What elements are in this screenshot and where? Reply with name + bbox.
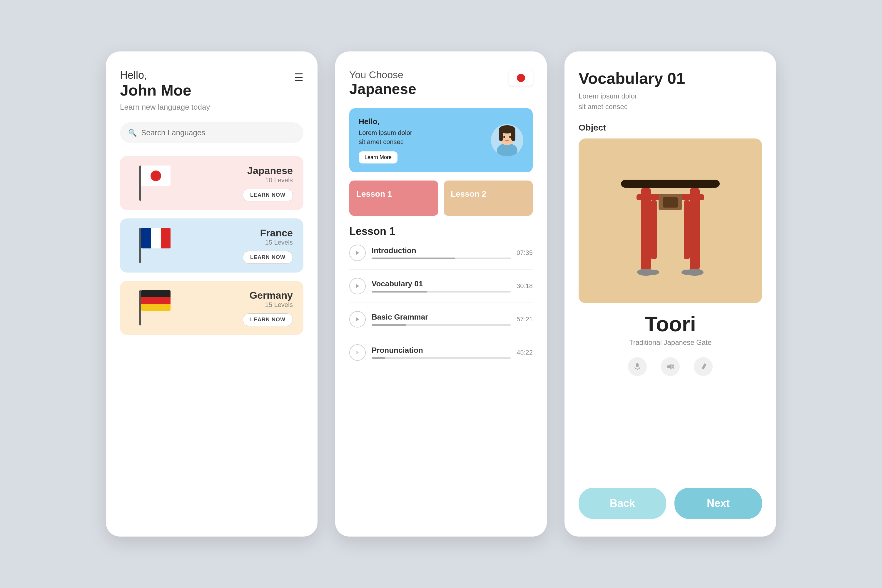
- svg-point-7: [505, 140, 509, 141]
- lesson-time-vocab: 30:18: [516, 282, 533, 290]
- play-intro-button[interactable]: [349, 244, 366, 261]
- svg-point-14: [709, 180, 720, 188]
- germany-info: Germany 15 Levels LEARN NOW: [243, 290, 293, 326]
- svg-rect-26: [636, 363, 639, 367]
- lesson-time-pronunciation: 45:22: [516, 349, 533, 356]
- lesson-name-intro: Introduction: [372, 246, 511, 255]
- search-input[interactable]: [141, 128, 295, 137]
- svg-marker-10: [356, 317, 359, 321]
- phone-3: Vocabulary 01 Lorem ipsum dolorsit amet …: [564, 51, 776, 537]
- japanese-flag-icon: [509, 70, 533, 86]
- language-card-france: France 15 Levels LEARN NOW: [120, 219, 303, 273]
- torii-image-card: [579, 138, 762, 303]
- user-name: John Moe: [120, 81, 191, 99]
- svg-rect-16: [641, 188, 651, 270]
- svg-point-6: [509, 136, 511, 138]
- pencil-icon: [699, 363, 707, 371]
- japanese-levels: 10 Levels: [243, 176, 293, 184]
- france-flag: [130, 231, 172, 260]
- phone2-header: You Choose Japanese: [349, 69, 533, 98]
- volume-button[interactable]: [661, 357, 680, 376]
- language-card-germany: Germany 15 Levels LEARN NOW: [120, 281, 303, 335]
- subtitle-text: Learn new language today: [120, 103, 303, 112]
- svg-rect-18: [651, 200, 657, 259]
- search-icon: 🔍: [128, 129, 137, 137]
- svg-marker-11: [356, 350, 359, 355]
- lesson-tabs: Lesson 1 Lesson 2: [349, 180, 533, 216]
- search-bar[interactable]: 🔍: [120, 122, 303, 143]
- chosen-language: Japanese: [349, 81, 416, 98]
- object-label: Object: [579, 123, 762, 133]
- germany-flag: [130, 293, 172, 322]
- svg-point-5: [503, 136, 505, 138]
- hello-card-text: Hello, Lorem ipsum dolorsit amet consec …: [358, 117, 412, 164]
- germany-learn-btn[interactable]: LEARN NOW: [243, 314, 293, 326]
- lesson-tab-2[interactable]: Lesson 2: [444, 180, 533, 216]
- volume-icon: [666, 363, 674, 371]
- svg-point-25: [681, 270, 692, 275]
- svg-rect-3: [499, 129, 503, 141]
- germany-name: Germany: [243, 290, 293, 301]
- avatar: [491, 124, 524, 156]
- list-item: Vocabulary 01 30:18: [349, 278, 533, 303]
- lesson-time-grammar: 57:21: [516, 315, 533, 323]
- vocab-subtitle: Lorem ipsum dolorsit amet consec: [579, 91, 762, 112]
- phone-2: You Choose Japanese Hello, Lorem ipsum d…: [335, 51, 547, 537]
- france-learn-btn[interactable]: LEARN NOW: [243, 251, 293, 264]
- play-pronunciation-button[interactable]: [349, 344, 366, 361]
- lesson-name-pronunciation: Pronunciation: [372, 346, 511, 355]
- hello-banner-card: Hello, Lorem ipsum dolorsit amet consec …: [349, 108, 533, 172]
- japanese-info: Japanese 10 Levels LEARN NOW: [243, 165, 293, 201]
- vocabulary-word: Toori: [579, 312, 762, 336]
- japanese-learn-btn[interactable]: LEARN NOW: [243, 189, 293, 201]
- svg-rect-12: [626, 180, 714, 188]
- pencil-button[interactable]: [694, 357, 712, 376]
- japanese-flag: [130, 168, 172, 198]
- menu-icon[interactable]: ☰: [294, 72, 303, 84]
- svg-rect-17: [690, 188, 700, 270]
- phone1-header: Hello, John Moe ☰: [120, 69, 303, 99]
- svg-marker-9: [356, 284, 359, 288]
- back-button[interactable]: Back: [579, 488, 666, 519]
- audio-controls: [579, 357, 762, 376]
- torii-gate-illustration: [620, 162, 720, 280]
- lesson-section-title: Lesson 1: [349, 225, 533, 237]
- lesson-progress-grammar: [372, 324, 511, 326]
- france-levels: 15 Levels: [243, 239, 293, 246]
- choose-label: You Choose: [349, 69, 416, 81]
- greeting-text: Hello,: [120, 69, 191, 81]
- lesson-progress-intro: [372, 258, 511, 259]
- lesson-progress-vocab: [372, 291, 511, 292]
- france-info: France 15 Levels LEARN NOW: [243, 227, 293, 264]
- svg-rect-4: [511, 129, 515, 141]
- play-vocab-button[interactable]: [349, 278, 366, 294]
- svg-rect-21: [663, 197, 678, 208]
- vocab-title: Vocabulary 01: [579, 69, 762, 87]
- germany-levels: 15 Levels: [243, 301, 293, 309]
- avatar-illustration: [494, 124, 520, 156]
- svg-rect-19: [684, 200, 690, 259]
- lesson-time-intro: 07:35: [516, 249, 533, 256]
- lesson-name-grammar: Basic Grammar: [372, 312, 511, 322]
- microphone-button[interactable]: [628, 357, 647, 376]
- microphone-icon: [633, 363, 642, 371]
- hello-body: Lorem ipsum dolorsit amet consec: [358, 129, 412, 147]
- lesson-tab-1[interactable]: Lesson 1: [349, 180, 438, 216]
- vocabulary-description: Traditional Japanese Gate: [579, 338, 762, 346]
- hello-title: Hello,: [358, 117, 412, 126]
- play-grammar-button[interactable]: [349, 311, 366, 327]
- svg-marker-8: [356, 250, 359, 255]
- list-item: Pronunciation 45:22: [349, 344, 533, 369]
- france-name: France: [243, 227, 293, 239]
- japanese-name: Japanese: [243, 165, 293, 176]
- next-button[interactable]: Next: [674, 488, 762, 519]
- svg-point-23: [649, 270, 659, 275]
- svg-point-13: [621, 180, 632, 188]
- language-card-japanese: Japanese 10 Levels LEARN NOW: [120, 156, 303, 210]
- learn-more-button[interactable]: Learn More: [358, 152, 398, 164]
- phone-1: Hello, John Moe ☰ Learn new language tod…: [106, 51, 318, 537]
- lesson-progress-pronunciation: [372, 357, 511, 359]
- svg-marker-28: [668, 364, 672, 369]
- list-item: Basic Grammar 57:21: [349, 311, 533, 336]
- list-item: Introduction 07:35: [349, 244, 533, 270]
